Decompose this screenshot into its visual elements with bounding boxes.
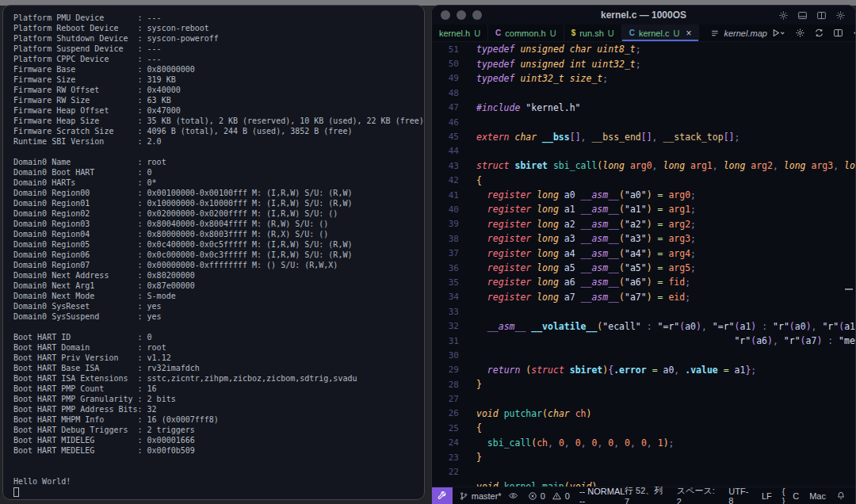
code-line[interactable]: 34 register long a7 __asm__("a7") = eid; [432,290,855,304]
os-indicator-item[interactable]: Mac [809,491,826,501]
code-line[interactable]: 32 __asm__ __volatile__("ecall" : "=r"(a… [432,319,855,333]
remote-indicator[interactable] [432,487,453,504]
code-text: { [459,422,482,433]
titlebar[interactable]: kernel.c — 1000OS [432,6,855,25]
code-area[interactable]: 51typedef unsigned char uint8_t;50typede… [432,42,855,487]
code-line[interactable]: 31 "r"(a6), "r"(a7) : "memory" [432,334,855,348]
code-line[interactable]: 45extern char __bss[], __bss_end[], __st… [432,129,855,143]
code-line[interactable]: 43struct sbiret sbi_call(long arg0, long… [432,158,855,173]
code-line[interactable]: 24 sbi_call(ch, 0, 0, 0, 0, 0, 0, 1); [432,436,855,450]
layout-customize-icon[interactable] [778,10,789,21]
code-text: register long a4 __asm__("a4") = arg4; [459,248,696,259]
code-token: 0 [559,437,564,449]
code-line[interactable]: 38 register long a3 __asm__("a3") = arg3… [432,231,855,246]
code-token: "a3" [625,233,647,244]
code-text: struct sbiret sbi_call(long arg0, long a… [459,160,855,171]
split-layout-icon[interactable] [816,10,827,21]
code-line[interactable]: 37 register long a4 __asm__("a4") = arg4… [432,246,855,260]
run-settings-gear-icon[interactable] [795,28,805,38]
file-type-icon: $ [571,29,576,37]
eol-item[interactable]: LF [762,491,772,501]
code-text: sbi_call(ch, 0, 0, 0, 0, 0, 0, 1); [459,437,674,449]
code-token: "a2" [625,219,647,230]
code-token: arg3 [668,233,690,244]
code-token: ; [685,292,690,303]
code-line[interactable]: 50typedef unsigned int uint32_t; [432,56,855,71]
settings-gear-icon[interactable] [835,10,846,21]
tab-kernel-map-preview[interactable]: kernel.map [707,25,770,41]
problems-item[interactable]: 0 0 [528,491,570,501]
indentation-item[interactable]: スペース: 2 [677,485,718,504]
code-line[interactable]: 44 [432,144,855,158]
code-line[interactable]: 30 [432,348,855,362]
code-token: uint32_t [520,73,569,84]
git-sync-icon[interactable] [814,28,824,38]
eye-icon[interactable] [508,491,518,501]
code-token: a2 [564,219,581,230]
toggle-panel-icon[interactable] [797,10,808,21]
code-line[interactable]: 29 return (struct sbiret){.error = a0, .… [432,363,855,377]
wrench-icon [438,491,447,501]
code-token: ; [690,262,696,273]
minimize-button[interactable] [457,10,466,20]
terminal-output[interactable]: Platform PMU Device : ---Platform Reboot… [3,6,424,487]
code-line[interactable]: 40 register long a1 __asm__("a1") = arg1… [432,202,855,216]
code-line[interactable]: 35 register long a6 __asm__("a6") = fid; [432,275,855,289]
tab-kernel-h[interactable]: kernel.hU [432,25,488,41]
tab-close-icon[interactable]: × [686,29,691,38]
code-line[interactable]: 42{ [432,174,855,188]
code-line[interactable]: 26void putchar(char ch) [432,407,855,421]
code-line[interactable]: 22 [432,464,855,479]
tab-kernel-c[interactable]: Ckernel.cU× [622,25,700,41]
tab-run-sh[interactable]: $run.shU [564,25,622,41]
code-token: a1 [739,321,751,332]
vim-mode-item[interactable]: -- NORMAL -- [579,487,625,504]
split-editor-icon[interactable] [833,28,843,38]
code-line[interactable]: 49typedef uint32_t size_t; [432,71,855,86]
terminal-line: Hello World! [13,476,421,487]
terminal-line: Domain0 Next Arg1 : 0x87e00000 [13,281,421,291]
git-branch-item[interactable]: master* [459,491,518,501]
language-mode-item[interactable]: { } C [782,487,799,504]
code-line[interactable]: 36 register long a5 __asm__("a5") = arg5… [432,261,855,275]
code-line[interactable]: 39 register long a2 __asm__("a2") = arg2… [432,217,855,231]
code-text: register long a2 __asm__("a2") = arg2; [459,219,696,230]
code-token: = [718,365,735,376]
run-or-debug-icon[interactable] [770,28,786,38]
code-line[interactable]: 25{ [432,421,855,435]
code-text: register long a1 __asm__("a1") = arg1; [459,204,696,215]
code-token: [] [641,132,652,143]
code-line[interactable]: 27 [432,391,855,406]
code-token: register [487,292,537,303]
code-token: sbi_call [553,160,597,171]
terminal-line: Boot HART PMP Granularity : 2 bits [13,394,421,404]
terminal-line: Firmware RW Size : 63 KB [13,95,421,105]
code-line[interactable]: 47#include "kernel.h" [432,101,855,115]
encoding-item[interactable]: UTF-8 [728,487,751,504]
cursor-position-item[interactable]: 行 52、列 7 [625,485,667,504]
code-token: fid [668,277,685,288]
terminal-line: Boot HART PMP Count : 16 [13,384,421,394]
code-token: a0 [795,321,806,332]
editor-window[interactable]: kernel.c — 1000OS kernel.hUCcommon.hU$ru… [431,5,856,504]
code-line[interactable]: 48 [432,86,855,100]
line-number: 38 [432,234,459,244]
tab-common-h[interactable]: Ccommon.hU [488,25,564,41]
zoom-button[interactable] [472,10,482,20]
line-number: 32 [432,321,459,331]
more-actions-icon[interactable] [852,28,856,38]
map-file-icon [710,29,720,38]
line-number: 45 [432,132,459,142]
terminal-window[interactable]: Platform PMU Device : ---Platform Reboot… [2,5,425,500]
code-text: #include "kernel.h" [459,102,581,113]
code-line[interactable]: 46 [432,115,855,129]
code-line[interactable]: 33 [432,304,855,319]
code-line[interactable]: 28} [432,377,855,391]
code-line[interactable]: 41 register long a0 __asm__("a0") = arg0… [432,188,855,202]
code-token: struct [531,365,569,376]
close-button[interactable] [441,10,450,20]
code-line[interactable]: 23} [432,450,855,464]
code-line[interactable]: 51typedef unsigned char uint8_t; [432,42,855,56]
code-token [476,248,487,259]
notifications-bell-icon[interactable] [836,491,846,501]
